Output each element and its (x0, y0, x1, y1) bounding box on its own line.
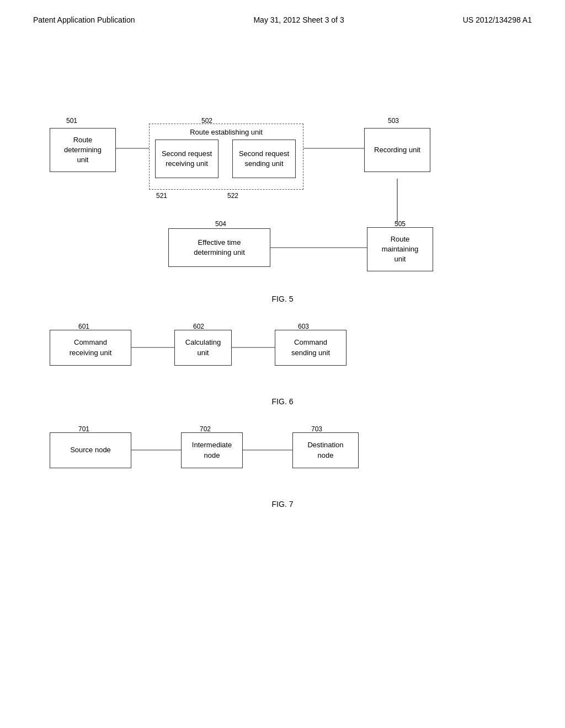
second-req-receiving-box: Second requestreceiving unit (155, 140, 218, 178)
source-node-label: Source node (70, 445, 111, 455)
route-establishing-label: Route establishing unit (190, 127, 263, 137)
recording-box: Recording unit (364, 128, 430, 172)
destination-node-box: Destinationnode (292, 432, 359, 468)
second-req-sending-box: Second requestsending unit (232, 140, 296, 178)
label-602: 602 (193, 323, 204, 330)
fig6-diagram: 601 Commandreceiving unit 602 Calculatin… (33, 320, 532, 386)
route-maintaining-box: Routemaintainingunit (367, 227, 433, 271)
second-req-receiving-label: Second requestreceiving unit (162, 149, 212, 169)
fig5-label: FIG. 5 (33, 295, 532, 303)
label-703: 703 (311, 425, 322, 433)
fig5-diagram: 501 Routedeterminingunit 502 Route estab… (33, 52, 532, 283)
label-522: 522 (227, 192, 238, 200)
fig7-label: FIG. 7 (33, 500, 532, 508)
effective-time-box: Effective timedetermining unit (168, 228, 270, 267)
command-sending-box: Commandsending unit (275, 330, 347, 366)
recording-label: Recording unit (374, 145, 420, 155)
intermediate-node-box: Intermediatenode (181, 432, 243, 468)
fig7-diagram: 701 Source node 702 Intermediatenode 703… (33, 422, 532, 489)
fig6-label: FIG. 6 (33, 397, 532, 406)
label-505: 505 (395, 220, 406, 228)
label-603: 603 (298, 323, 309, 330)
header-left: Patent Application Publication (33, 15, 135, 24)
calculating-label: Calculatingunit (185, 338, 221, 357)
second-req-sending-label: Second requestsending unit (239, 149, 289, 169)
header-center: May 31, 2012 Sheet 3 of 3 (253, 15, 344, 24)
source-node-box: Source node (50, 432, 131, 468)
route-establishing-box: Route establishing unit Second requestre… (149, 124, 303, 190)
effective-time-label: Effective timedetermining unit (194, 238, 245, 258)
calculating-box: Calculatingunit (174, 330, 232, 366)
label-503: 503 (388, 117, 399, 125)
command-receiving-label: Commandreceiving unit (70, 338, 112, 357)
route-determining-box: Routedeterminingunit (50, 128, 116, 172)
route-determining-label: Routedeterminingunit (64, 135, 102, 165)
header-right: US 2012/134298 A1 (463, 15, 532, 24)
label-701: 701 (78, 425, 89, 433)
route-maintaining-label: Routemaintainingunit (382, 234, 419, 265)
label-702: 702 (200, 425, 211, 433)
label-521: 521 (156, 192, 167, 200)
label-601: 601 (78, 323, 89, 330)
destination-node-label: Destinationnode (307, 440, 343, 460)
command-receiving-box: Commandreceiving unit (50, 330, 131, 366)
label-501: 501 (66, 117, 77, 125)
main-content: 501 Routedeterminingunit 502 Route estab… (0, 30, 565, 547)
intermediate-node-label: Intermediatenode (192, 440, 232, 460)
command-sending-label: Commandsending unit (291, 338, 330, 357)
page-header: Patent Application Publication May 31, 2… (0, 0, 565, 30)
label-504: 504 (215, 220, 226, 228)
